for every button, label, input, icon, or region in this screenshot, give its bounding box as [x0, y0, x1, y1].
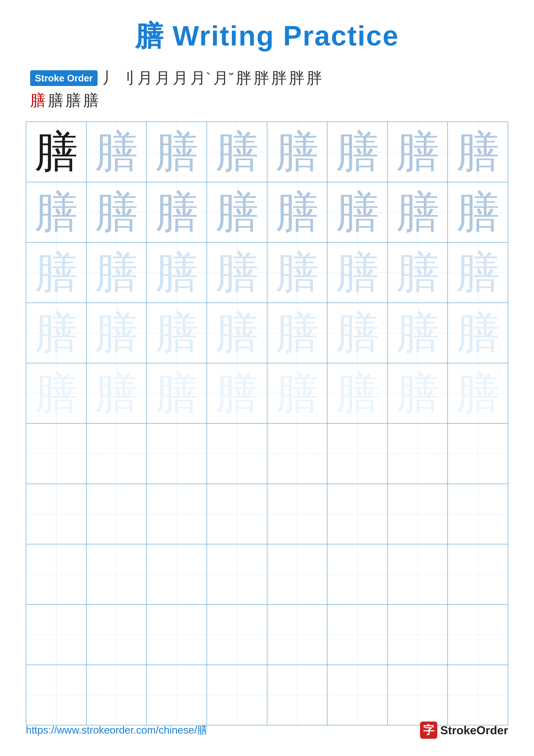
grid-cell[interactable]: [146, 544, 207, 605]
grid-cell[interactable]: [327, 423, 388, 484]
grid-cell[interactable]: 膳: [26, 122, 87, 182]
practice-char: 膳: [448, 311, 508, 355]
grid-cell[interactable]: [87, 605, 147, 665]
practice-char: 膳: [388, 251, 447, 294]
grid-cell[interactable]: [447, 665, 508, 725]
grid-cell[interactable]: [87, 423, 147, 484]
grid-cell[interactable]: 膳: [207, 182, 267, 242]
grid-cell[interactable]: 膳: [26, 303, 87, 363]
grid-cell[interactable]: 膳: [207, 363, 267, 423]
grid-cell[interactable]: 膳: [267, 122, 327, 182]
grid-cell[interactable]: 膳: [388, 122, 448, 182]
grid-cell[interactable]: [327, 605, 388, 665]
grid-cell[interactable]: 膳: [207, 242, 267, 303]
grid-cell[interactable]: [267, 423, 327, 484]
grid-cell[interactable]: 膳: [388, 182, 448, 242]
grid-cell[interactable]: [327, 484, 388, 544]
grid-cell[interactable]: 膳: [267, 242, 327, 303]
stroke-13: 膳: [30, 90, 46, 111]
practice-char: 膳: [87, 372, 146, 415]
grid-cell[interactable]: [26, 423, 87, 484]
grid-cell[interactable]: 膳: [388, 242, 448, 303]
grid-cell[interactable]: [26, 605, 87, 665]
practice-char: 膳: [207, 251, 267, 294]
grid-cell[interactable]: [447, 605, 508, 665]
grid-cell[interactable]: [146, 484, 207, 544]
grid-cell[interactable]: 膳: [87, 122, 147, 182]
grid-cell[interactable]: 膳: [388, 303, 448, 363]
practice-char: 膳: [267, 372, 327, 415]
grid-cell[interactable]: [388, 665, 448, 725]
grid-cell[interactable]: 膳: [146, 182, 207, 242]
grid-cell[interactable]: 膳: [447, 122, 508, 182]
grid-cell[interactable]: 膳: [146, 122, 207, 182]
grid-cell[interactable]: [146, 423, 207, 484]
grid-cell[interactable]: 膳: [327, 303, 388, 363]
grid-cell[interactable]: [26, 665, 87, 725]
grid-cell[interactable]: [267, 605, 327, 665]
grid-cell[interactable]: 膳: [327, 363, 388, 423]
stroke-3: 月: [137, 68, 153, 88]
grid-cell[interactable]: 膳: [146, 242, 207, 303]
grid-cell[interactable]: [267, 484, 327, 544]
stroke-order-line-2: 膳 膳 膳 膳: [30, 90, 508, 111]
grid-cell[interactable]: [267, 544, 327, 605]
grid-cell[interactable]: [327, 665, 388, 725]
grid-cell[interactable]: 膳: [447, 182, 508, 242]
grid-cell[interactable]: 膳: [87, 242, 147, 303]
practice-char: 膳: [26, 191, 86, 234]
grid-cell[interactable]: 膳: [207, 122, 267, 182]
grid-cell[interactable]: [26, 484, 87, 544]
grid-cell[interactable]: [327, 544, 388, 605]
grid-cell[interactable]: [146, 665, 207, 725]
grid-cell[interactable]: 膳: [146, 303, 207, 363]
grid-cell[interactable]: 膳: [327, 242, 388, 303]
grid-cell[interactable]: 膳: [327, 182, 388, 242]
grid-cell[interactable]: 膳: [87, 182, 147, 242]
practice-char: 膳: [267, 311, 327, 355]
grid-cell[interactable]: 膳: [267, 303, 327, 363]
grid-cell[interactable]: [207, 665, 267, 725]
grid-cell[interactable]: 膳: [327, 122, 388, 182]
grid-cell[interactable]: 膳: [267, 363, 327, 423]
grid-cell[interactable]: 膳: [388, 363, 448, 423]
grid-cell[interactable]: [447, 544, 508, 605]
grid-cell[interactable]: [388, 605, 448, 665]
grid-cell[interactable]: [207, 484, 267, 544]
grid-cell[interactable]: [87, 544, 147, 605]
grid-cell[interactable]: [388, 544, 448, 605]
grid-cell[interactable]: 膳: [87, 303, 147, 363]
stroke-9: 胖: [254, 68, 269, 88]
grid-cell[interactable]: [388, 423, 448, 484]
grid-cell[interactable]: [146, 605, 207, 665]
grid-cell[interactable]: 膳: [207, 303, 267, 363]
practice-char: 膳: [87, 251, 146, 294]
grid-cell[interactable]: 膳: [267, 182, 327, 242]
grid-cell[interactable]: 膳: [146, 363, 207, 423]
grid-cell[interactable]: 膳: [26, 182, 87, 242]
grid-cell[interactable]: [207, 605, 267, 665]
practice-char: 膳: [267, 130, 327, 174]
grid-cell[interactable]: [87, 665, 147, 725]
practice-char: 膳: [267, 251, 327, 294]
practice-char: 膳: [448, 130, 508, 174]
practice-char: 膳: [147, 372, 207, 415]
grid-cell[interactable]: [207, 423, 267, 484]
grid-cell[interactable]: [87, 484, 147, 544]
grid-cell[interactable]: 膳: [447, 242, 508, 303]
grid-cell[interactable]: 膳: [26, 363, 87, 423]
grid-cell[interactable]: [447, 423, 508, 484]
grid-cell[interactable]: [207, 544, 267, 605]
grid-cell[interactable]: [388, 484, 448, 544]
practice-char: 膳: [327, 251, 387, 294]
grid-cell[interactable]: 膳: [447, 363, 508, 423]
grid-cell[interactable]: 膳: [26, 242, 87, 303]
footer-url: https://www.strokeorder.com/chinese/膳: [26, 723, 207, 737]
grid-cell[interactable]: 膳: [447, 303, 508, 363]
grid-cell[interactable]: [26, 544, 87, 605]
grid-cell[interactable]: 膳: [87, 363, 147, 423]
grid-cell[interactable]: [447, 484, 508, 544]
stroke-8: 胖: [236, 68, 251, 88]
practice-char: 膳: [327, 311, 387, 355]
grid-cell[interactable]: [267, 665, 327, 725]
